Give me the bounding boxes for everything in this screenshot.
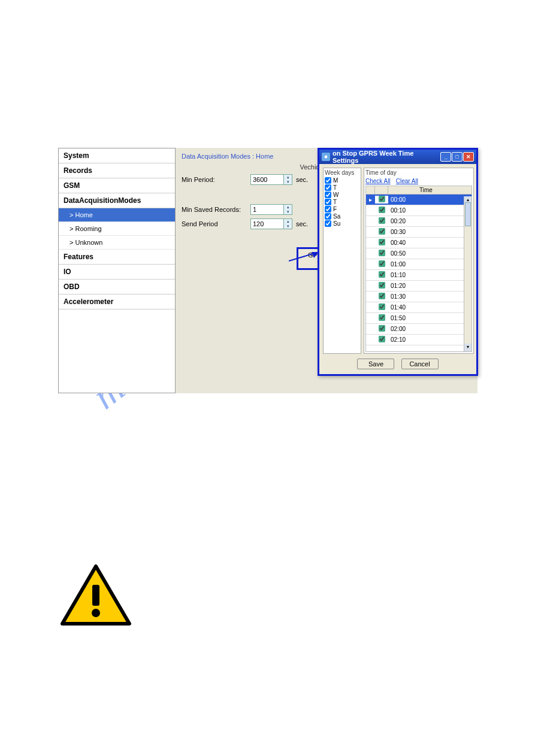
save-button[interactable]: Save: [357, 359, 394, 369]
sidebar-item-features[interactable]: Features: [59, 250, 175, 265]
min-period-unit: sec.: [296, 176, 308, 183]
sidebar-subitem-rooming[interactable]: > Rooming: [59, 222, 175, 236]
sidebar-item-accel[interactable]: Accelerometer: [59, 294, 175, 309]
weekday-checkbox[interactable]: [325, 220, 331, 227]
row-indicator-icon: ▸: [366, 196, 375, 203]
time-checkbox[interactable]: [379, 217, 385, 224]
time-checkbox-cell: [375, 228, 388, 236]
weekdays-header: Week days: [325, 169, 359, 176]
weekday-checkbox[interactable]: [325, 199, 331, 205]
time-checkbox[interactable]: [379, 314, 385, 321]
sidebar-item-obd[interactable]: OBD: [59, 280, 175, 294]
time-checkbox[interactable]: [379, 282, 385, 289]
dialog-titlebar[interactable]: on Stop GPRS Week Time Settings _ □ ✕: [319, 150, 476, 164]
gprs-week-time-dialog: on Stop GPRS Week Time Settings _ □ ✕ We…: [318, 148, 478, 376]
time-checkbox[interactable]: [379, 271, 385, 278]
time-row[interactable]: 00:20: [366, 216, 471, 227]
time-value: 01:20: [388, 283, 471, 289]
cancel-button[interactable]: Cancel: [401, 359, 439, 369]
weekday-checkbox[interactable]: [325, 213, 331, 220]
scroll-down-icon[interactable]: ▾: [464, 344, 471, 351]
weekday-row: W: [325, 192, 359, 198]
send-period-spinner[interactable]: ▴▾: [250, 218, 292, 229]
weekday-checkbox[interactable]: [325, 192, 331, 198]
time-row[interactable]: 00:10: [366, 205, 471, 216]
check-all-link[interactable]: Check All: [365, 178, 391, 184]
time-checkbox[interactable]: [379, 325, 385, 332]
sidebar-item-system[interactable]: System: [59, 148, 175, 163]
time-checkbox[interactable]: [379, 250, 385, 256]
time-checkbox[interactable]: [379, 239, 385, 245]
time-row[interactable]: ▸00:00: [366, 195, 471, 205]
min-saved-spinner[interactable]: ▴▾: [250, 204, 292, 215]
send-period-unit: sec.: [296, 220, 308, 227]
spinner-arrows[interactable]: ▴▾: [283, 175, 292, 184]
time-row[interactable]: 01:40: [366, 302, 471, 313]
time-row[interactable]: 02:00: [366, 324, 471, 335]
warning-icon: [60, 564, 132, 627]
weekday-label: F: [333, 206, 337, 212]
min-period-spinner[interactable]: ▴▾: [250, 174, 292, 185]
time-checkbox-cell: [375, 196, 388, 204]
sidebar-item-gsm[interactable]: GSM: [59, 178, 175, 193]
time-row[interactable]: 00:50: [366, 248, 471, 259]
weekday-row: T: [325, 199, 359, 205]
time-row[interactable]: 02:10: [366, 335, 471, 345]
arrow-down-icon[interactable]: ▾: [284, 224, 292, 229]
time-checkbox[interactable]: [379, 293, 385, 299]
spinner-arrows[interactable]: ▴▾: [283, 205, 292, 214]
time-checkbox-cell: [375, 336, 388, 344]
scroll-thumb[interactable]: [465, 202, 471, 226]
weekday-label: Su: [333, 220, 340, 227]
time-checkbox[interactable]: [379, 260, 385, 267]
app-icon: [322, 153, 330, 161]
time-row[interactable]: 00:40: [366, 238, 471, 248]
weekday-checkbox[interactable]: [325, 177, 331, 184]
time-row[interactable]: 01:10: [366, 270, 471, 281]
sidebar-item-dataacq[interactable]: DataAcquisitionModes: [59, 193, 175, 208]
arrow-down-icon[interactable]: ▾: [284, 210, 292, 214]
time-value: 00:40: [388, 239, 471, 246]
sidebar-subitem-home[interactable]: > Home: [59, 208, 175, 222]
time-checkbox[interactable]: [379, 336, 385, 342]
weekday-checkbox[interactable]: [325, 184, 331, 191]
arrow-up-icon[interactable]: ▴: [284, 219, 292, 224]
arrow-down-icon[interactable]: ▾: [284, 180, 292, 184]
weekday-label: T: [333, 199, 337, 205]
close-button[interactable]: ✕: [463, 152, 474, 162]
sidebar-item-records[interactable]: Records: [59, 163, 175, 178]
weekday-row: F: [325, 206, 359, 212]
time-row[interactable]: 00:30: [366, 227, 471, 238]
time-checkbox-cell: [375, 293, 388, 300]
time-checkbox[interactable]: [379, 196, 385, 202]
clear-all-link[interactable]: Clear All: [396, 178, 418, 184]
sidebar-subitem-unknown[interactable]: > Unknown: [59, 236, 175, 250]
time-checkbox[interactable]: [379, 303, 385, 310]
time-value: 00:50: [388, 250, 471, 257]
timeofday-header: Time of day: [365, 169, 472, 176]
scrollbar[interactable]: ▴ ▾: [464, 196, 471, 351]
arrow-up-icon[interactable]: ▴: [284, 205, 292, 210]
min-period-input[interactable]: [251, 175, 283, 184]
min-saved-input[interactable]: [251, 205, 283, 214]
time-checkbox[interactable]: [379, 207, 385, 213]
arrow-up-icon[interactable]: ▴: [284, 175, 292, 180]
time-row[interactable]: 01:00: [366, 259, 471, 270]
time-checkbox[interactable]: [379, 228, 385, 235]
time-checkbox-cell: [375, 217, 388, 225]
minimize-button[interactable]: _: [440, 152, 451, 162]
min-saved-label: Min Saved Records:: [182, 206, 250, 213]
time-value: 00:10: [388, 207, 471, 214]
maximize-button[interactable]: □: [452, 152, 463, 162]
time-row[interactable]: 01:30: [366, 292, 471, 302]
weekday-checkbox[interactable]: [325, 206, 331, 212]
time-row[interactable]: 01:50: [366, 313, 471, 324]
time-row[interactable]: 01:20: [366, 281, 471, 292]
send-period-input[interactable]: [251, 220, 283, 228]
dialog-title: on Stop GPRS Week Time Settings: [333, 150, 440, 164]
time-column-header: Time: [388, 186, 464, 194]
spinner-arrows[interactable]: ▴▾: [283, 219, 292, 229]
sidebar-item-io[interactable]: IO: [59, 265, 175, 280]
dialog-body: Week days MTWTFSaSu Time of day Check Al…: [319, 164, 476, 355]
time-checkbox-cell: [375, 282, 388, 290]
